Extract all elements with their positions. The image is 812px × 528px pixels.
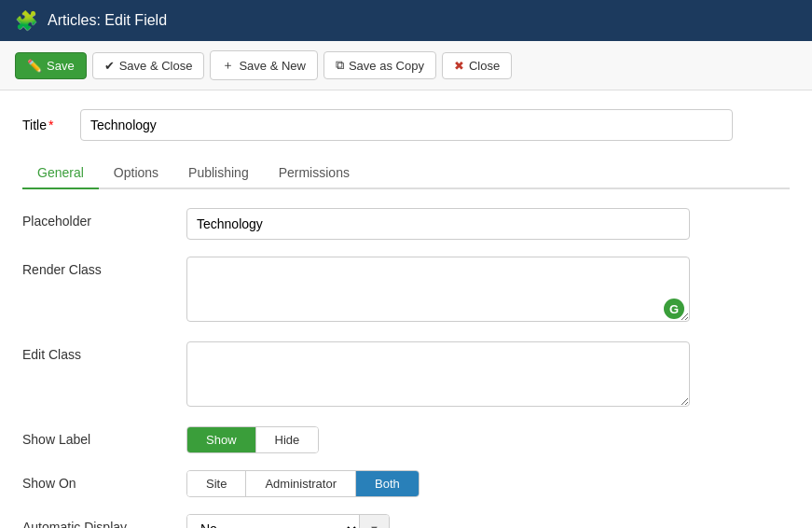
close-button[interactable]: ✖ Close (442, 52, 512, 79)
copy-icon: ⧉ (336, 58, 344, 73)
automatic-display-control: No Yes Before Display Content After Disp… (186, 514, 690, 528)
title-label: Title* (22, 118, 69, 132)
app-icon: 🧩 (15, 9, 38, 32)
save-button[interactable]: ✏️ Save (15, 52, 87, 79)
hide-option-button[interactable]: Hide (256, 427, 319, 452)
render-class-input[interactable] (186, 257, 690, 322)
automatic-display-row: Automatic Display No Yes Before Display … (22, 514, 790, 528)
edit-class-label: Edit Class (22, 341, 172, 362)
tabs-bar: General Options Publishing Permissions (22, 158, 790, 189)
placeholder-label: Placeholder (22, 208, 172, 229)
render-class-row: Render Class G (22, 257, 790, 325)
save-copy-label: Save as Copy (349, 59, 424, 73)
save-new-button[interactable]: ＋ Save & New (210, 50, 318, 80)
show-label-control: Show Hide (186, 426, 690, 453)
tab-permissions[interactable]: Permissions (264, 158, 365, 189)
content-area: Title* General Options Publishing Permis… (0, 90, 812, 528)
save-close-button[interactable]: ✔ Save & Close (92, 52, 205, 79)
show-on-toggle: Site Administrator Both (186, 470, 420, 497)
plus-icon: ＋ (222, 57, 234, 74)
save-icon: ✏️ (27, 59, 42, 73)
app-header: 🧩 Articles: Edit Field (0, 0, 812, 41)
show-label-label: Show Label (22, 426, 172, 447)
tab-publishing[interactable]: Publishing (173, 158, 264, 189)
page-title: Articles: Edit Field (48, 12, 167, 29)
edit-class-row: Edit Class (22, 341, 790, 410)
close-icon: ✖ (454, 59, 464, 73)
save-close-label: Save & Close (119, 59, 193, 73)
show-label-row: Show Label Show Hide (22, 426, 790, 453)
show-label-toggle: Show Hide (186, 426, 319, 453)
select-dropdown-button[interactable]: ▼ (359, 515, 389, 528)
title-row: Title* (22, 109, 790, 141)
render-class-wrapper: G (186, 257, 690, 325)
check-icon: ✔ (104, 59, 115, 73)
site-option-button[interactable]: Site (187, 471, 246, 496)
automatic-display-select[interactable]: No Yes Before Display Content After Disp… (187, 515, 359, 528)
placeholder-row: Placeholder (22, 208, 790, 240)
tab-general[interactable]: General (22, 158, 99, 189)
toolbar: ✏️ Save ✔ Save & Close ＋ Save & New ⧉ Sa… (0, 41, 812, 90)
administrator-option-button[interactable]: Administrator (246, 471, 356, 496)
close-label: Close (469, 59, 500, 73)
automatic-display-select-wrapper: No Yes Before Display Content After Disp… (186, 514, 390, 528)
edit-class-input[interactable] (186, 341, 690, 407)
show-on-control: Site Administrator Both (186, 470, 690, 497)
show-option-button[interactable]: Show (187, 427, 256, 452)
edit-class-wrapper (186, 341, 690, 410)
placeholder-input[interactable] (186, 208, 690, 240)
render-class-label: Render Class (22, 257, 172, 277)
show-on-label: Show On (22, 470, 172, 491)
show-on-row: Show On Site Administrator Both (22, 470, 790, 497)
both-option-button[interactable]: Both (356, 471, 419, 496)
save-copy-button[interactable]: ⧉ Save as Copy (323, 51, 436, 79)
tab-options[interactable]: Options (99, 158, 173, 189)
automatic-display-label: Automatic Display (22, 514, 172, 528)
title-input[interactable] (80, 109, 733, 141)
placeholder-control (186, 208, 690, 240)
save-label: Save (47, 59, 75, 73)
save-new-label: Save & New (239, 59, 306, 73)
